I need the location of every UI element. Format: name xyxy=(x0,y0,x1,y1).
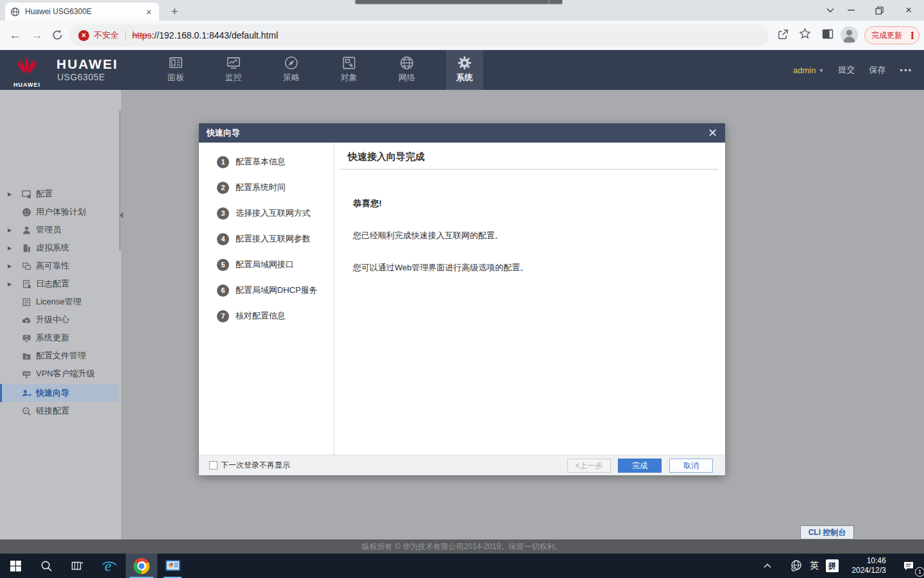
expand-caret-icon[interactable]: ▶ xyxy=(8,227,14,233)
start-button[interactable] xyxy=(0,554,31,578)
sidebar-item-license[interactable]: ▶ License管理 xyxy=(0,293,118,311)
smiley-icon xyxy=(22,207,31,217)
wizard-step-4: 4 配置接入互联网参数 xyxy=(199,226,334,252)
finish-button[interactable]: 完成 xyxy=(618,459,662,473)
sidebar-scrollbar[interactable] xyxy=(119,110,121,250)
wizard-step-7: 7 核对配置信息 xyxy=(199,303,334,329)
monitor-chart-icon xyxy=(225,55,242,71)
more-menu-icon[interactable]: ••• xyxy=(900,66,912,75)
sidebar-item-high-availability[interactable]: ▶ 高可靠性 xyxy=(0,257,118,275)
sidebar-item-upgrade-center[interactable]: ▶ 升级中心 xyxy=(0,311,118,329)
windows-taskbar: e 英 拼 10:46 2024/12/3 xyxy=(0,554,924,578)
task-view-icon[interactable] xyxy=(62,554,92,578)
save-button[interactable]: 保存 xyxy=(869,64,886,76)
nav-panel[interactable]: 面板 xyxy=(157,50,194,90)
sidebar-item-vpn-client[interactable]: ▶ VPN VPN客户端升级 xyxy=(0,365,118,383)
ime-language-indicator[interactable]: 英 xyxy=(806,554,823,578)
config-icon xyxy=(22,189,31,199)
person-icon xyxy=(22,225,31,235)
update-label: 完成更新 xyxy=(871,30,902,41)
nav-object[interactable]: 对象 xyxy=(330,50,368,90)
forward-button[interactable]: → xyxy=(31,28,43,42)
expand-caret-icon[interactable]: ▶ xyxy=(8,281,14,287)
dialog-close-icon[interactable]: ✕ xyxy=(708,126,717,140)
cli-console-button[interactable]: CLI 控制台 xyxy=(800,525,854,539)
tray-expand-chevron-icon[interactable] xyxy=(756,554,779,578)
sidebar-collapse-icon[interactable] xyxy=(119,212,123,218)
screen: Huawei USG6300E × + × ← → × 不安全 https://… xyxy=(0,0,924,578)
wizard-heading: 快速接入向导完成 xyxy=(348,151,725,163)
device-model: USG6305E xyxy=(57,72,105,82)
expand-caret-icon[interactable]: ▶ xyxy=(8,263,14,269)
new-tab-button[interactable]: + xyxy=(167,4,182,19)
background-window-edge xyxy=(355,0,563,4)
dialog-title: 快速向导 xyxy=(207,127,240,139)
cancel-button[interactable]: 取消 xyxy=(669,459,713,473)
sidebar-item-link-config[interactable]: ▶ 链接配置 xyxy=(0,402,118,420)
address-bar[interactable]: × 不安全 https://192.168.0.1:8443/default.h… xyxy=(69,24,769,46)
sidebar-item-log-config[interactable]: ▶ 日志配置 xyxy=(0,275,118,293)
license-icon xyxy=(22,297,31,307)
search-icon[interactable] xyxy=(31,554,62,578)
congrats-text: 恭喜您! xyxy=(353,198,725,209)
action-center-icon[interactable]: 1 xyxy=(896,554,921,578)
dont-show-again-checkbox[interactable] xyxy=(209,461,218,469)
close-window-button[interactable]: × xyxy=(894,0,923,21)
dashboard-icon xyxy=(167,55,184,71)
nav-network[interactable]: 网络 xyxy=(388,50,425,90)
side-panel-icon[interactable] xyxy=(821,28,834,43)
sidebar-item-virtual-system[interactable]: ▶ 虚拟系统 xyxy=(0,239,118,257)
url-divider xyxy=(125,30,126,40)
chrome-taskbar-icon[interactable] xyxy=(126,554,157,578)
expand-caret-icon[interactable]: ▶ xyxy=(8,191,14,197)
sidebar-item-quick-wizard[interactable]: ▶ 快速向导 xyxy=(0,384,118,402)
expand-caret-icon[interactable]: ▶ xyxy=(8,245,14,251)
nav-system[interactable]: 系统 xyxy=(446,50,483,90)
wizard-step-2: 2 配置系统时间 xyxy=(199,175,334,200)
submit-button[interactable]: 提交 xyxy=(838,64,855,76)
sidebar-item-config-file[interactable]: ▶ 配置文件管理 xyxy=(0,347,118,365)
taskbar-clock[interactable]: 10:46 2024/12/3 xyxy=(843,554,894,578)
app-header: HUAWEI HUAWEI USG6305E 面板 监控 策略 对象 xyxy=(0,50,924,90)
svg-text:e: e xyxy=(105,557,112,574)
url-scheme: https xyxy=(132,30,151,40)
dialog-footer: 下一次登录不再显示 <上一步 完成 取消 xyxy=(199,455,725,475)
chrome-update-button[interactable]: 完成更新 ••• xyxy=(864,26,920,44)
ime-pinyin-icon[interactable]: 拼 xyxy=(823,554,842,578)
building-icon xyxy=(22,243,31,253)
restore-button[interactable] xyxy=(865,0,893,21)
share-icon[interactable] xyxy=(776,28,790,44)
back-button[interactable]: ← xyxy=(9,28,21,42)
wizard-content: 快速接入向导完成 恭喜您! 您已经顺利完成快速接入互联网的配置。 您可以通过We… xyxy=(335,143,725,455)
user-dropdown-caret-icon[interactable]: ▼ xyxy=(818,67,824,74)
profile-avatar[interactable] xyxy=(841,26,858,44)
reload-button[interactable] xyxy=(51,29,64,44)
management-app-icon[interactable] xyxy=(157,554,188,578)
security-label[interactable]: 不安全 xyxy=(94,30,119,41)
tab-close-icon[interactable]: × xyxy=(144,7,154,17)
wizard-step-5: 5 配置局域网接口 xyxy=(199,252,334,277)
sidebar-item-user-experience[interactable]: ▶ 用户体验计划 xyxy=(0,203,118,221)
svg-text:VPN: VPN xyxy=(23,372,30,375)
sidebar-item-config[interactable]: ▶ 配置 xyxy=(0,185,118,203)
checkbox-label: 下一次登录不再显示 xyxy=(221,460,290,471)
browser-tab[interactable]: Huawei USG6300E × xyxy=(5,3,159,21)
kebab-menu-icon[interactable]: ••• xyxy=(911,31,914,39)
nav-monitor[interactable]: 监控 xyxy=(215,50,252,90)
completion-line-2: 您可以通过Web管理界面进行高级选项的配置。 xyxy=(353,262,725,274)
nav-policy[interactable]: 策略 xyxy=(273,50,310,90)
username[interactable]: admin xyxy=(793,66,816,75)
chrome-logo-icon xyxy=(133,558,150,574)
bookmark-star-icon[interactable] xyxy=(798,27,812,43)
sidebar-item-administrator[interactable]: ▶ 管理员 xyxy=(0,221,118,239)
internet-explorer-icon[interactable]: e xyxy=(94,554,124,578)
vpn-icon: VPN xyxy=(22,369,31,379)
wizard-icon xyxy=(22,389,31,398)
network-tray-icon[interactable] xyxy=(787,554,806,578)
wizard-step-6: 6 配置局域网DHCP服务 xyxy=(199,277,334,303)
dont-show-again-option[interactable]: 下一次登录不再显示 xyxy=(209,460,290,471)
minimize-button[interactable] xyxy=(837,0,865,21)
sidebar-item-system-update[interactable]: ▶ 系统更新 xyxy=(0,329,118,347)
previous-step-button[interactable]: <上一步 xyxy=(567,459,611,473)
dialog-titlebar[interactable]: 快速向导 ✕ xyxy=(199,123,725,143)
